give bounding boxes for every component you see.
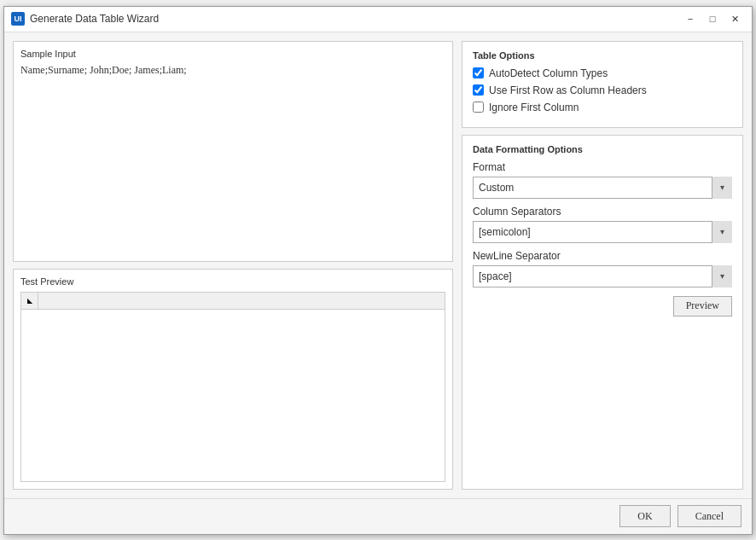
format-select[interactable]: Custom CSV TSV Fixed Width	[473, 177, 732, 199]
table-options-section: Table Options AutoDetect Column Types Us…	[462, 41, 743, 128]
cancel-button[interactable]: Cancel	[677, 505, 741, 527]
close-button[interactable]: ✕	[724, 10, 745, 27]
data-formatting-title: Data Formatting Options	[473, 144, 732, 154]
first-row-label: Use First Row as Column Headers	[489, 84, 647, 96]
newline-sep-label: NewLine Separator	[473, 250, 732, 262]
column-sep-label: Column Separators	[473, 206, 732, 218]
app-icon: UI	[11, 12, 25, 26]
sample-input-label: Sample Input	[20, 49, 445, 59]
ok-button[interactable]: OK	[619, 505, 670, 527]
autodetect-row: AutoDetect Column Types	[473, 67, 732, 79]
minimize-button[interactable]: −	[680, 10, 701, 27]
first-row-row: Use First Row as Column Headers	[473, 84, 732, 96]
preview-button[interactable]: Preview	[673, 296, 732, 316]
title-bar-left: UI Generate Data Table Wizard	[11, 12, 159, 26]
preview-grid: ◣	[20, 292, 445, 482]
main-window: UI Generate Data Table Wizard − □ ✕ Samp…	[3, 6, 753, 535]
bottom-bar: OK Cancel	[4, 498, 752, 534]
table-options-title: Table Options	[473, 50, 732, 61]
newline-sep-dropdown-wrapper: [space] [newline] [CRLF] ▾	[473, 265, 732, 287]
sample-input-textarea[interactable]	[20, 64, 445, 254]
test-preview-panel: Test Preview ◣	[13, 269, 453, 490]
content-area: Sample Input Test Preview ◣	[4, 32, 752, 498]
left-panel: Sample Input Test Preview ◣	[13, 41, 453, 490]
sample-input-panel: Sample Input	[13, 41, 453, 262]
preview-btn-row: Preview	[473, 296, 732, 316]
ignore-first-checkbox[interactable]	[473, 102, 484, 113]
right-panel: Table Options AutoDetect Column Types Us…	[462, 41, 743, 490]
test-preview-label: Test Preview	[20, 276, 445, 287]
column-sep-select[interactable]: [semicolon] [comma] [tab] [space]	[473, 221, 732, 243]
maximize-button[interactable]: □	[702, 10, 723, 27]
ignore-first-row: Ignore First Column	[473, 102, 732, 113]
title-bar-controls: − □ ✕	[680, 10, 745, 27]
ignore-first-label: Ignore First Column	[489, 102, 579, 113]
newline-sep-select[interactable]: [space] [newline] [CRLF]	[473, 265, 732, 287]
data-formatting-section: Data Formatting Options Format Custom CS…	[462, 135, 743, 490]
column-sep-dropdown-wrapper: [semicolon] [comma] [tab] [space] ▾	[473, 221, 732, 243]
autodetect-label: AutoDetect Column Types	[489, 67, 608, 79]
preview-corner-cell: ◣	[21, 293, 38, 310]
first-row-checkbox[interactable]	[473, 84, 484, 96]
format-label: Format	[473, 161, 732, 173]
autodetect-checkbox[interactable]	[473, 67, 484, 78]
format-dropdown-wrapper: Custom CSV TSV Fixed Width ▾	[473, 177, 732, 199]
window-title: Generate Data Table Wizard	[30, 13, 159, 25]
title-bar: UI Generate Data Table Wizard − □ ✕	[4, 7, 752, 32]
